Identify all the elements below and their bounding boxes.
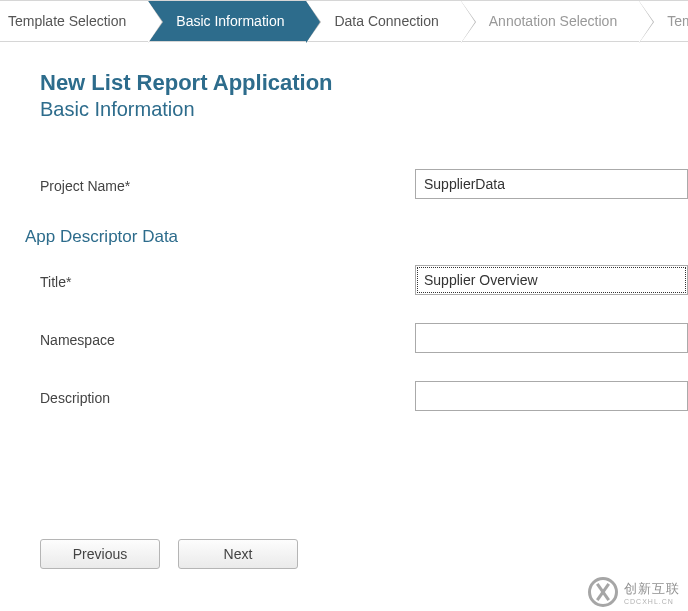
form-area: Project Name* App Descriptor Data Title*… xyxy=(40,169,688,411)
wizard-step-data-connection[interactable]: Data Connection xyxy=(306,0,460,41)
wizard-step-basic-information[interactable]: Basic Information xyxy=(148,0,306,41)
label-project-name: Project Name* xyxy=(40,174,415,194)
wizard-step-label: Annotation Selection xyxy=(489,13,617,29)
label-description: Description xyxy=(40,386,415,406)
previous-button[interactable]: Previous xyxy=(40,539,160,569)
page-title: New List Report Application xyxy=(40,70,688,96)
input-title[interactable] xyxy=(415,265,688,295)
input-project-name[interactable] xyxy=(415,169,688,199)
watermark-text: 创新互联 xyxy=(624,581,680,596)
wizard-step-annotation-selection[interactable]: Annotation Selection xyxy=(461,0,639,41)
row-description: Description xyxy=(40,381,688,411)
row-title: Title* xyxy=(40,265,688,295)
wizard-step-label: Basic Information xyxy=(176,13,284,29)
wizard-step-template-selection[interactable]: Template Selection xyxy=(0,0,148,41)
page-subtitle: Basic Information xyxy=(40,98,688,121)
watermark-text-wrap: 创新互联 CDCXHL.CN xyxy=(624,579,680,605)
row-namespace: Namespace xyxy=(40,323,688,353)
wizard-step-label: Templa xyxy=(667,13,688,29)
content-area: New List Report Application Basic Inform… xyxy=(0,42,688,411)
wizard-step-label: Data Connection xyxy=(334,13,438,29)
input-namespace[interactable] xyxy=(415,323,688,353)
section-app-descriptor: App Descriptor Data xyxy=(25,227,688,247)
watermark: 创新互联 CDCXHL.CN xyxy=(588,577,680,607)
watermark-subtext: CDCXHL.CN xyxy=(624,598,680,605)
label-namespace: Namespace xyxy=(40,328,415,348)
row-project-name: Project Name* xyxy=(40,169,688,199)
wizard-bar: Template Selection Basic Information Dat… xyxy=(0,0,688,42)
watermark-logo-icon xyxy=(588,577,618,607)
label-title: Title* xyxy=(40,270,415,290)
next-button[interactable]: Next xyxy=(178,539,298,569)
wizard-step-label: Template Selection xyxy=(8,13,126,29)
button-bar: Previous Next xyxy=(40,539,298,569)
input-description[interactable] xyxy=(415,381,688,411)
